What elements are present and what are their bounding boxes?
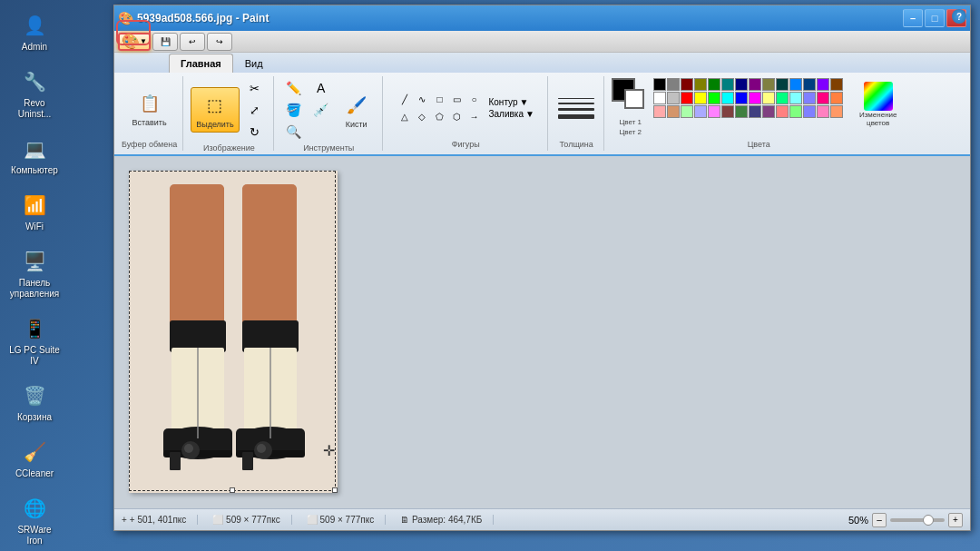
swatch-cornflower[interactable] [803,105,816,118]
shape-triangle[interactable]: △ [397,109,413,125]
swatch-yellow[interactable] [694,92,707,104]
fill-button[interactable]: 🪣 [281,100,307,120]
desktop-icon-ccleaner[interactable]: 🧹 CCleaner [7,434,62,483]
shape-diamond[interactable]: ◇ [414,109,430,125]
swatch-rose[interactable] [817,92,829,104]
swatch-orange[interactable] [830,92,843,104]
desktop-icon-admin[interactable]: 👤 Admin [7,7,62,56]
swatch-violet[interactable] [817,78,829,91]
swatch-light-yellow[interactable] [762,92,775,104]
quick-access-undo[interactable]: ↩ [180,33,205,51]
maximize-button[interactable]: □ [925,9,945,27]
swatch-green[interactable] [708,78,720,91]
swatch-orchid[interactable] [708,105,720,118]
swatch-purple[interactable] [749,78,761,91]
swatch-olive[interactable] [694,78,707,91]
tab-view[interactable]: Вид [233,54,275,73]
change-colors-button[interactable]: Изменение цветов [850,78,906,131]
desktop-icon-lg[interactable]: 📱 LG PC Suite IV [7,310,62,370]
swatch-dark-yellow[interactable] [762,78,775,91]
swatch-cyan[interactable] [721,92,734,104]
swatch-salmon[interactable] [776,105,789,118]
swatch-skin[interactable] [667,105,680,118]
swatch-white[interactable] [653,92,666,104]
desktop-icon-computer[interactable]: 💻 Компьютер [7,131,62,180]
shape-arrow[interactable]: → [466,109,482,125]
thickness-lines [558,94,594,123]
shape-ellipse[interactable]: ○ [466,92,482,108]
swatch-peach[interactable] [830,105,843,118]
swatch-spring-green[interactable] [776,92,789,104]
svg-rect-0 [129,171,338,493]
magnify-button[interactable]: 🔍 [281,122,307,142]
desktop-icon-wifi[interactable]: 📶 WiFi [7,187,62,236]
color2-swatch[interactable] [624,89,644,109]
desktop-icon-recycle[interactable]: 🗑️ Корзина [7,378,62,427]
swatch-magenta[interactable] [749,92,761,104]
crop-button[interactable]: ✂ [242,78,268,98]
desktop-icon-control-panel[interactable]: 🖥️ Панель управления [7,243,62,303]
swatch-light-green[interactable] [789,105,802,118]
shape-rounded-rect[interactable]: ▭ [448,92,465,108]
swatch-lime[interactable] [708,92,720,104]
swatch-periwinkle[interactable] [694,105,707,118]
swatch-brown[interactable] [830,78,843,91]
quick-access-save[interactable]: 💾 [152,33,178,51]
shape-hexagon[interactable]: ⬡ [448,109,465,125]
swatch-maroon[interactable] [681,78,693,91]
swatch-dark-blue[interactable] [803,78,816,91]
fill-dropdown[interactable]: Заливка ▼ [488,109,534,119]
shapes-grid: ╱ ∿ □ ▭ ○ △ ◇ ⬠ ⬡ → [397,92,482,125]
paste-icon: 📋 [135,89,164,118]
resize-button[interactable]: ⤢ [242,100,268,120]
tab-main[interactable]: Главная [169,54,233,73]
quick-access-redo[interactable]: ↪ [207,33,232,51]
swatch-blue[interactable] [789,78,802,91]
swatch-red[interactable] [681,92,693,104]
canvas-area[interactable]: ✛ [114,156,970,508]
thickness-1[interactable] [558,98,594,99]
swatch-plum[interactable] [762,105,775,118]
zoom-slider[interactable] [890,518,945,522]
shape-options: Контур ▼ Заливка ▼ [488,97,534,119]
swatch-silver[interactable] [667,92,680,104]
thickness-2[interactable] [558,103,594,104]
rotate-button[interactable]: ↻ [242,122,268,142]
shape-line[interactable]: ╱ [397,92,413,108]
swatch-light-blue[interactable] [803,92,816,104]
zoom-in-button[interactable]: + [948,513,963,527]
brushes-button[interactable]: 🖌️ Кисти [337,87,377,133]
zoom-out-button[interactable]: – [872,513,887,527]
shape-pentagon[interactable]: ⬠ [431,109,447,125]
swatch-pink[interactable] [817,105,829,118]
minimize-button[interactable]: – [903,9,923,27]
info-button[interactable]: ? [952,9,966,24]
shape-curve[interactable]: ∿ [414,92,430,108]
swatch-teal[interactable] [721,78,734,91]
size1-value: ⬜ 509 × 777пкс [212,515,279,525]
eyedropper-button[interactable]: 💉 [309,100,334,120]
paste-button[interactable]: 📋 Вставить [127,85,172,131]
swatch-black[interactable] [653,78,666,91]
contour-dropdown[interactable]: Контур ▼ [488,97,534,107]
swatch-light-cyan[interactable] [789,92,802,104]
swatch-dark-teal[interactable] [776,78,789,91]
swatch-pink-light[interactable] [653,105,666,118]
swatch-dark-green[interactable] [735,105,748,118]
swatch-blue2[interactable] [735,92,748,104]
text-button[interactable]: A [309,78,334,98]
thickness-4[interactable] [558,114,594,119]
desktop-icon-srware[interactable]: 🌐 SRWare Iron [7,490,62,550]
swatch-mint[interactable] [681,105,693,118]
pencil-button[interactable]: ✏️ [281,78,307,98]
thickness-3[interactable] [558,108,594,111]
swatch-navy[interactable] [735,78,748,91]
zoom-slider-thumb[interactable] [923,515,934,526]
shape-rect[interactable]: □ [431,92,447,108]
swatch-gray[interactable] [667,78,680,91]
desktop-icon-revo[interactable]: 🔧 Revo Uninst... [7,64,62,123]
select-button[interactable]: ⬚ Выделить [191,87,240,133]
swatch-dark-red[interactable] [721,105,734,118]
quick-access-main-button[interactable]: 🎨 ▼ [118,33,151,51]
swatch-dark-navy[interactable] [749,105,761,118]
